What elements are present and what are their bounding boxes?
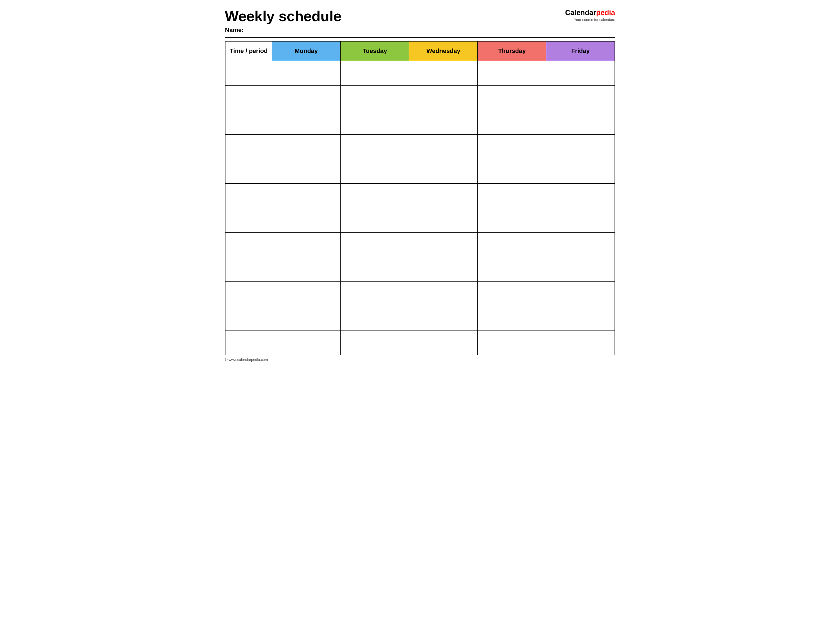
schedule-cell[interactable] — [272, 331, 341, 355]
time-cell[interactable] — [225, 331, 272, 355]
table-body — [225, 61, 615, 355]
schedule-table: Time / period Monday Tuesday Wednesday T… — [225, 41, 615, 355]
time-cell[interactable] — [225, 110, 272, 134]
schedule-cell[interactable] — [478, 281, 546, 306]
table-row — [225, 61, 615, 85]
time-cell[interactable] — [225, 232, 272, 257]
schedule-cell[interactable] — [546, 232, 615, 257]
schedule-cell[interactable] — [409, 61, 478, 85]
time-cell[interactable] — [225, 208, 272, 232]
time-cell[interactable] — [225, 134, 272, 159]
table-header: Time / period Monday Tuesday Wednesday T… — [225, 41, 615, 61]
schedule-cell[interactable] — [409, 85, 478, 110]
schedule-cell[interactable] — [341, 183, 409, 208]
time-cell[interactable] — [225, 85, 272, 110]
schedule-cell[interactable] — [272, 183, 341, 208]
schedule-cell[interactable] — [478, 134, 546, 159]
schedule-cell[interactable] — [341, 134, 409, 159]
schedule-cell[interactable] — [409, 257, 478, 281]
schedule-cell[interactable] — [478, 183, 546, 208]
schedule-cell[interactable] — [478, 232, 546, 257]
schedule-cell[interactable] — [272, 208, 341, 232]
schedule-cell[interactable] — [478, 61, 546, 85]
schedule-cell[interactable] — [341, 257, 409, 281]
schedule-cell[interactable] — [341, 110, 409, 134]
schedule-cell[interactable] — [478, 306, 546, 331]
time-cell[interactable] — [225, 183, 272, 208]
schedule-cell[interactable] — [341, 61, 409, 85]
schedule-cell[interactable] — [341, 306, 409, 331]
schedule-cell[interactable] — [272, 232, 341, 257]
schedule-cell[interactable] — [341, 281, 409, 306]
schedule-cell[interactable] — [546, 257, 615, 281]
schedule-cell[interactable] — [546, 331, 615, 355]
time-cell[interactable] — [225, 159, 272, 183]
page-container: Weekly schedule Name: Calendarpedia Your… — [225, 8, 615, 362]
schedule-cell[interactable] — [409, 134, 478, 159]
table-row — [225, 208, 615, 232]
time-cell[interactable] — [225, 257, 272, 281]
table-row — [225, 159, 615, 183]
schedule-cell[interactable] — [341, 208, 409, 232]
header-time: Time / period — [225, 41, 272, 61]
schedule-cell[interactable] — [546, 183, 615, 208]
schedule-cell[interactable] — [272, 257, 341, 281]
table-row — [225, 183, 615, 208]
schedule-cell[interactable] — [409, 159, 478, 183]
schedule-cell[interactable] — [546, 134, 615, 159]
schedule-cell[interactable] — [409, 208, 478, 232]
table-row — [225, 110, 615, 134]
schedule-cell[interactable] — [272, 110, 341, 134]
schedule-cell[interactable] — [478, 257, 546, 281]
table-row — [225, 281, 615, 306]
name-label: Name: — [225, 27, 341, 34]
logo-calendar-part: Calendar — [565, 8, 596, 17]
table-row — [225, 134, 615, 159]
schedule-cell[interactable] — [409, 331, 478, 355]
page-title: Weekly schedule — [225, 8, 341, 24]
schedule-cell[interactable] — [409, 281, 478, 306]
schedule-cell[interactable] — [409, 110, 478, 134]
schedule-cell[interactable] — [272, 281, 341, 306]
table-row — [225, 257, 615, 281]
schedule-cell[interactable] — [409, 306, 478, 331]
time-cell[interactable] — [225, 281, 272, 306]
table-row — [225, 85, 615, 110]
schedule-cell[interactable] — [272, 159, 341, 183]
header-monday: Monday — [272, 41, 341, 61]
schedule-cell[interactable] — [409, 232, 478, 257]
schedule-cell[interactable] — [478, 110, 546, 134]
schedule-cell[interactable] — [546, 85, 615, 110]
table-row — [225, 232, 615, 257]
schedule-cell[interactable] — [409, 183, 478, 208]
schedule-cell[interactable] — [272, 61, 341, 85]
schedule-cell[interactable] — [478, 85, 546, 110]
header-divider — [225, 37, 615, 38]
header-row: Time / period Monday Tuesday Wednesday T… — [225, 41, 615, 61]
schedule-cell[interactable] — [341, 85, 409, 110]
schedule-cell[interactable] — [478, 208, 546, 232]
schedule-cell[interactable] — [341, 331, 409, 355]
table-row — [225, 331, 615, 355]
schedule-cell[interactable] — [478, 331, 546, 355]
title-area: Weekly schedule Name: — [225, 8, 341, 34]
schedule-cell[interactable] — [546, 61, 615, 85]
schedule-cell[interactable] — [546, 110, 615, 134]
schedule-cell[interactable] — [272, 306, 341, 331]
schedule-cell[interactable] — [341, 159, 409, 183]
schedule-cell[interactable] — [546, 306, 615, 331]
table-row — [225, 306, 615, 331]
header-thursday: Thursday — [478, 41, 546, 61]
time-cell[interactable] — [225, 306, 272, 331]
time-cell[interactable] — [225, 61, 272, 85]
schedule-cell[interactable] — [546, 208, 615, 232]
schedule-cell[interactable] — [546, 281, 615, 306]
schedule-cell[interactable] — [272, 85, 341, 110]
schedule-cell[interactable] — [478, 159, 546, 183]
schedule-cell[interactable] — [546, 159, 615, 183]
header-tuesday: Tuesday — [341, 41, 409, 61]
schedule-cell[interactable] — [341, 232, 409, 257]
schedule-cell[interactable] — [272, 134, 341, 159]
logo-tagline: Your source for calendars — [574, 17, 615, 22]
logo-area: Calendarpedia Your source for calendars — [565, 8, 615, 22]
